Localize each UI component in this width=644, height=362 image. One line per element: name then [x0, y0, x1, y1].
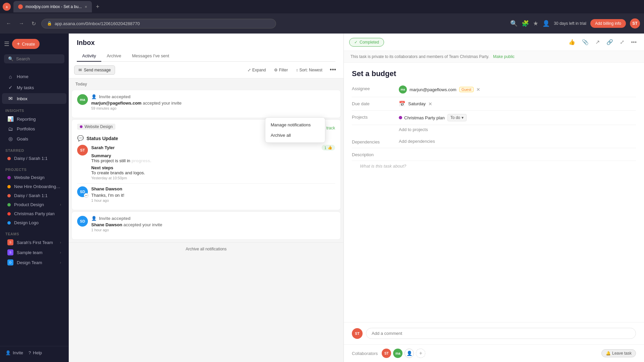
dependencies-label: Dependencies [352, 139, 392, 144]
sidebar-item-christmas-party[interactable]: Christmas Party plan [2, 209, 66, 218]
help-btn[interactable]: ? Help [29, 350, 42, 355]
tab-close-btn[interactable]: ✕ [85, 5, 87, 9]
user-avatar-btn[interactable]: ST [630, 18, 640, 28]
sort-btn[interactable]: ↕ Sort: Newest [293, 66, 325, 74]
daisy-sarah-2-label: Daisy / Sarah 1:1 [14, 193, 61, 198]
task-more-btn[interactable]: ••• [629, 38, 639, 47]
sidebar-item-product-design[interactable]: Product Design › [2, 200, 66, 209]
sidebar-item-sarahs-first-team[interactable]: S Sarah's First Team › [2, 237, 66, 247]
sidebar-item-website-design[interactable]: Website Design [2, 173, 66, 182]
due-date-text: Saturday [408, 101, 426, 106]
project-status-text: To do [450, 115, 460, 120]
extensions-icon[interactable]: 🧩 [522, 20, 529, 27]
expand-label: Expand [252, 68, 266, 72]
add-collaborator-btn[interactable]: + [416, 349, 425, 358]
archive-all-notifications-btn[interactable]: Archive all notifications [69, 242, 343, 255]
expand-btn[interactable]: ⤢ Expand [245, 66, 269, 74]
sidebar-item-portfolios[interactable]: 🗂 Portfolios [2, 124, 66, 134]
sample-team-chevron: › [60, 251, 61, 254]
like-btn[interactable]: 👍 [567, 38, 577, 47]
search-placeholder: Search [16, 56, 30, 61]
due-date-value: 📅 Saturday ✕ [399, 101, 636, 107]
archive-all-item[interactable]: Archive all [265, 130, 325, 140]
project-status-dropdown[interactable]: To do ▾ [447, 114, 467, 121]
description-text-area[interactable]: What is this task about? [352, 161, 636, 171]
leave-task-label: Leave task [612, 351, 632, 356]
comment-input[interactable] [366, 328, 636, 339]
tab-archive[interactable]: Archive [101, 51, 126, 62]
tab-favicon [18, 4, 23, 9]
invite-user-row: ma 👤 Invite accepted marjun@pageflows.co… [77, 94, 335, 110]
sort-label: Sort: Newest [299, 68, 322, 72]
make-public-btn[interactable]: Make public [493, 54, 515, 59]
commenter-avatar: ST [352, 328, 363, 339]
design-team-icon: D [7, 259, 13, 265]
sidebar-item-design-team[interactable]: D Design Team › [2, 257, 66, 267]
date-divider: Today [69, 78, 343, 88]
billing-btn[interactable]: Add billing info [590, 19, 626, 28]
refresh-btn[interactable]: ↻ [30, 19, 38, 28]
task-title: Set a budget [344, 63, 644, 82]
invite2-avatar: SD [77, 216, 88, 227]
remove-date-btn[interactable]: ✕ [428, 101, 432, 107]
sidebar-item-daisy-sarah-2[interactable]: Daisy / Sarah 1:1 [2, 191, 66, 200]
forward-btn[interactable]: ↗ [593, 38, 602, 47]
plus-icon: + [17, 41, 20, 47]
notification-invite-1[interactable]: ma 👤 Invite accepted marjun@pageflows.co… [71, 90, 341, 118]
next-steps-section: Next steps To create brands and logos. [91, 165, 335, 175]
leave-task-btn[interactable]: 🔔 Leave task [601, 349, 636, 357]
sidebar-item-daisy-sarah[interactable]: Daisy / Sarah 1:1 [2, 154, 66, 163]
back-btn[interactable]: ← [4, 19, 13, 28]
sidebar-item-reporting[interactable]: 📊 Reporting [2, 114, 66, 124]
profile-icon[interactable]: 👤 [542, 20, 550, 27]
search-bar: 🔍 Search [0, 52, 68, 66]
sidebar-item-home[interactable]: ⌂ Home [2, 71, 66, 82]
task-detail-header: ✓ Completed 👍 📎 ↗ 🔗 ⤢ ••• [344, 34, 644, 51]
search-container[interactable]: 🔍 Search [4, 54, 64, 63]
forward-btn[interactable]: → [17, 19, 26, 28]
notification-invite-2[interactable]: SD 👤 Invite accepted Shane Dawson accept… [71, 212, 341, 240]
collab-user-icon: 👤 [405, 349, 414, 358]
invite-btn[interactable]: 👤 Invite [5, 350, 23, 355]
add-dependencies-btn[interactable]: Add dependencies [399, 139, 435, 144]
sidebar-item-design-logo[interactable]: Design Logo [2, 218, 66, 227]
next-steps-label: Next steps [91, 165, 113, 170]
sidebar-item-sample-team[interactable]: S Sample team › [2, 247, 66, 257]
remove-assignee-btn[interactable]: ✕ [476, 87, 480, 92]
invite2-action-text: accepted your invite [123, 222, 162, 227]
add-to-projects-btn[interactable]: Add to projects [399, 127, 428, 132]
completed-btn[interactable]: ✓ Completed [349, 38, 384, 47]
address-bar[interactable]: 🔒 app.asana.com/0/inbox/1206160204288770 [41, 19, 276, 28]
bookmark-icon[interactable]: ★ [533, 20, 538, 27]
manage-notifications-item[interactable]: Manage notifications [265, 120, 325, 130]
copy-link-btn[interactable]: 🔗 [604, 38, 615, 47]
tab-activity[interactable]: Activity [77, 51, 101, 62]
status-user-name: Sarah Tyler [91, 145, 115, 150]
sidebar-item-new-hire[interactable]: New Hire Onboarding Ch... [2, 182, 66, 191]
tab-messages-sent[interactable]: Messages I've sent [127, 51, 175, 62]
create-btn[interactable]: + Create [12, 39, 40, 49]
new-tab-btn[interactable]: + [93, 2, 102, 12]
sidebar-item-inbox[interactable]: ✉ Inbox [2, 93, 66, 104]
bell-icon: 🔔 [606, 351, 611, 356]
sidebar-item-my-tasks[interactable]: ✓ My tasks [2, 82, 66, 93]
more-options-btn[interactable]: ••• [328, 65, 338, 75]
active-tab[interactable]: moodjoy.com inbox - Set a bu... ✕ [13, 1, 92, 12]
sidebar-item-goals[interactable]: ◎ Goals [2, 134, 66, 144]
goals-label: Goals [17, 136, 61, 141]
search-browser-icon[interactable]: 🔍 [510, 20, 518, 27]
summary-text: This project is still in [91, 158, 130, 163]
like-icon: 👍 [328, 145, 332, 150]
project-dot [80, 125, 83, 128]
reporting-label: Reporting [17, 117, 61, 122]
filter-btn[interactable]: ⚙ Filter [271, 66, 291, 74]
url-text: app.asana.com/0/inbox/1206160204288770 [55, 21, 140, 26]
website-design-label: Website Design [14, 175, 61, 180]
fullscreen-btn[interactable]: ⤢ [618, 38, 626, 47]
send-message-btn[interactable]: ✉ Send message [74, 65, 115, 75]
status-timestamp: Yesterday at 10:50pm [91, 176, 335, 180]
reply-badge: ↩ [84, 193, 89, 198]
hamburger-menu-btn[interactable]: ☰ [4, 40, 9, 48]
inbox-title: Inbox [77, 39, 335, 47]
attach-btn[interactable]: 📎 [580, 38, 591, 47]
